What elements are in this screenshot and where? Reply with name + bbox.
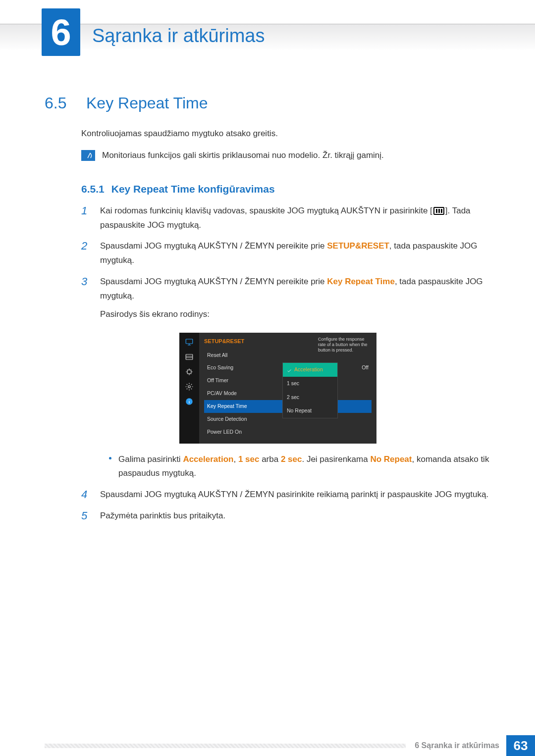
note-icon — [81, 150, 95, 161]
keyword: 2 sec — [281, 454, 302, 464]
keyword: No Repeat — [370, 454, 412, 464]
osd-item: Power LED On — [204, 426, 372, 439]
monitor-icon — [184, 338, 195, 347]
note-row: Monitoriaus funkcijos gali skirtis prikl… — [81, 149, 490, 162]
option-label: 2 sec — [287, 393, 299, 402]
step-5: 5 Pažymėta parinktis bus pritaikyta. — [81, 509, 490, 523]
step-3: 3 Spausdami JOG mygtuką AUKŠTYN / ŽEMYN … — [81, 275, 490, 481]
bullet-text: Galima pasirinkti Acceleration, 1 sec ar… — [118, 453, 490, 481]
chapter-header: 6 Sąranka ir atkūrimas — [0, 8, 535, 56]
osd-item-value: Off — [362, 363, 369, 372]
footer-bar — [45, 744, 406, 748]
step-number: 3 — [81, 275, 91, 481]
step-number: 1 — [81, 204, 91, 233]
subsection-heading: 6.5.1 Key Repeat Time konfigūravimas — [81, 183, 490, 195]
footer-page-number: 63 — [506, 735, 535, 756]
svg-rect-1 — [186, 354, 193, 360]
chapter-number-box: 6 — [42, 8, 80, 56]
step-4: 4 Spausdami JOG mygtuką AUKŠTYN / ŽEMYN … — [81, 488, 490, 502]
subsection-title: Key Repeat Time konfigūravimas — [111, 183, 275, 195]
step-1: 1 Kai rodomas funkcinių klavišų vadovas,… — [81, 204, 490, 233]
keyword: SETUP&RESET — [327, 241, 389, 251]
footer: 6 Sąranka ir atkūrimas 63 — [45, 735, 535, 756]
text: arba — [259, 454, 280, 464]
chapter-number: 6 — [51, 11, 71, 53]
step-body: Spausdami JOG mygtuką AUKŠTYN / ŽEMYN pe… — [100, 239, 490, 268]
svg-rect-0 — [186, 339, 193, 344]
option-label: No Repeat — [287, 406, 312, 415]
keyword: 1 sec — [238, 454, 260, 464]
page: 6 Sąranka ir atkūrimas 6.5 Key Repeat Ti… — [0, 0, 535, 756]
option-label: 1 sec — [287, 379, 299, 388]
osd-item-label: Reset All — [207, 351, 227, 360]
gear-icon — [184, 382, 195, 391]
osd-item-label: Eco Saving — [207, 363, 233, 372]
resize-icon — [184, 367, 195, 376]
steps-list: 1 Kai rodomas funkcinių klavišų vadovas,… — [81, 204, 490, 523]
svg-point-3 — [188, 386, 191, 388]
text: Spausdami JOG mygtuką AUKŠTYN / ŽEMYN pe… — [100, 277, 327, 286]
content: 6.5 Key Repeat Time Kontroliuojamas spau… — [45, 89, 490, 530]
note-text: Monitoriaus funkcijos gali skirtis prikl… — [102, 149, 384, 162]
bullet: Galima pasirinkti Acceleration, 1 sec ar… — [109, 453, 490, 481]
section-title: Key Repeat Time — [86, 94, 208, 112]
footer-label: 6 Sąranka ir atkūrimas — [415, 741, 499, 750]
option-label: Acceleration — [294, 365, 323, 374]
section-heading: 6.5 Key Repeat Time — [45, 94, 490, 112]
svg-rect-2 — [187, 370, 191, 374]
step-number: 5 — [81, 509, 91, 523]
osd-item-label: Off Timer — [207, 376, 228, 385]
text: Pasirodys šis ekrano rodinys: — [100, 309, 210, 319]
osd-help: Configure the response rate of a button … — [318, 337, 373, 353]
text: Kai rodomas funkcinių klavišų vadovas, s… — [100, 206, 432, 215]
osd-popup-option: 1 sec — [283, 377, 337, 391]
osd-sidebar — [179, 333, 199, 444]
header-gradient — [0, 24, 535, 50]
osd: SETUP&RESET Configure the response rate … — [179, 333, 376, 444]
section-number: 6.5 — [45, 94, 73, 112]
osd-screenshot: SETUP&RESET Configure the response rate … — [179, 333, 490, 444]
step-number: 2 — [81, 239, 91, 268]
subsection-number: 6.5.1 — [81, 183, 105, 195]
info-icon — [184, 397, 195, 406]
menu-icon — [433, 207, 444, 215]
text: Spausdami JOG mygtuką AUKŠTYN / ŽEMYN pe… — [100, 241, 327, 251]
step-body: Pažymėta parinktis bus pritaikyta. — [100, 509, 490, 523]
chapter-title: Sąranka ir atkūrimas — [92, 25, 265, 47]
osd-item-label: Key Repeat Time — [207, 402, 247, 411]
text: , — [233, 454, 238, 464]
keyword: Acceleration — [183, 454, 233, 464]
check-icon — [287, 367, 292, 372]
keyword: Key Repeat Time — [327, 277, 395, 286]
osd-item-label: PC/AV Mode — [207, 389, 237, 398]
step-body: Spausdami JOG mygtuką AUKŠTYN / ŽEMYN pa… — [100, 488, 490, 502]
step-body: Kai rodomas funkcinių klavišų vadovas, s… — [100, 204, 490, 233]
list-icon — [184, 353, 195, 361]
bullet-dot — [109, 457, 111, 459]
text: . Jei pasirenkama — [302, 454, 370, 464]
osd-main: SETUP&RESET Configure the response rate … — [199, 333, 376, 444]
osd-popup-option: 2 sec — [283, 391, 337, 404]
step-number: 4 — [81, 488, 91, 502]
osd-popup: Acceleration1 sec2 secNo Repeat — [282, 362, 338, 418]
intro-text: Kontroliuojamas spaudžiamo mygtuko atsak… — [81, 127, 490, 140]
osd-item-label: Source Detection — [207, 415, 247, 424]
osd-popup-option: No Repeat — [283, 404, 337, 418]
text: Galima pasirinkti — [118, 454, 183, 464]
step-body: Spausdami JOG mygtuką AUKŠTYN / ŽEMYN pe… — [100, 275, 490, 481]
osd-item-label: Power LED On — [207, 428, 242, 437]
osd-popup-option: Acceleration — [283, 363, 337, 377]
step-2: 2 Spausdami JOG mygtuką AUKŠTYN / ŽEMYN … — [81, 239, 490, 268]
